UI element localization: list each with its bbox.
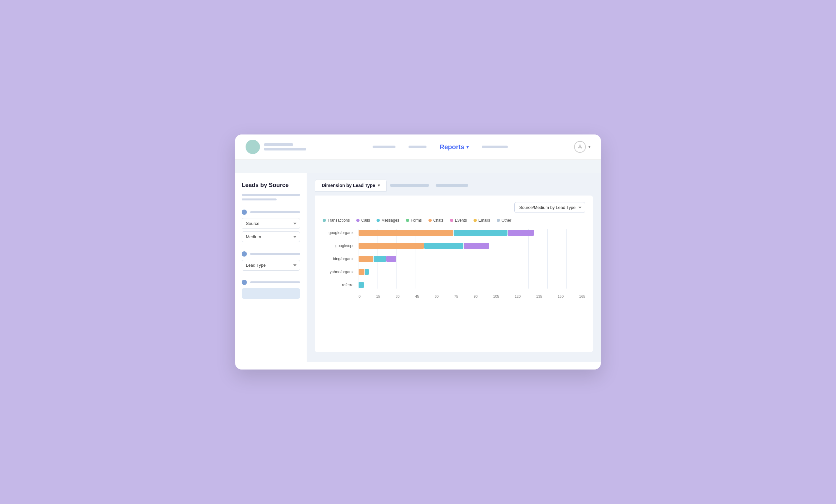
tab-label: Dimension by Lead Type	[322, 183, 375, 188]
bar-segment	[359, 256, 373, 262]
source-filter-group: Source Medium	[242, 210, 300, 245]
user-dropdown-chevron[interactable]: ▾	[588, 144, 590, 149]
medium-dropdown[interactable]: Medium	[242, 231, 300, 242]
table-row: google/cpc	[323, 242, 585, 249]
bar-segment	[464, 243, 489, 249]
legend-dot	[474, 219, 477, 222]
tab-placeholder-2[interactable]	[436, 184, 468, 187]
bar-segments	[359, 242, 489, 249]
sidebar-title: Leads by Source	[242, 182, 300, 189]
bar-segments	[359, 268, 369, 275]
leadtype-dot-line	[250, 253, 300, 255]
legend-label: Other	[501, 218, 511, 222]
x-axis-label: 135	[536, 294, 542, 298]
logo-area	[246, 140, 306, 154]
app-window: Reports ▾ ▾ Leads by Source	[235, 135, 601, 369]
legend-label: Chats	[433, 218, 443, 222]
sidebar-bottom-box	[242, 288, 300, 299]
source-dropdown[interactable]: Source	[242, 218, 300, 229]
tab-chevron-icon: ▾	[378, 183, 380, 188]
bar-segments	[359, 255, 396, 263]
tab-dimension-leadtype[interactable]: Dimension by Lead Type ▾	[315, 179, 387, 192]
legend-item-events: Events	[450, 218, 467, 222]
extra-dot-row	[242, 280, 300, 285]
legend-item-forms: Forms	[406, 218, 422, 222]
x-axis-label: 90	[474, 294, 477, 298]
bar-segments	[359, 229, 534, 236]
nav-chevron-icon: ▾	[466, 144, 469, 150]
main-layout: Leads by Source Source Medium	[235, 173, 601, 362]
chart-panel: Source/Medium by Lead Type TransactionsC…	[315, 195, 593, 352]
chart-tabs: Dimension by Lead Type ▾	[315, 179, 593, 192]
nav-placeholder-3	[482, 146, 508, 148]
x-axis-label: 165	[579, 294, 585, 298]
legend-dot	[450, 219, 453, 222]
x-axis-label: 45	[415, 294, 419, 298]
x-axis-label: 75	[454, 294, 458, 298]
legend-dot	[406, 219, 409, 222]
chart-view-dropdown[interactable]: Source/Medium by Lead Type	[514, 202, 585, 213]
tab-placeholder-1[interactable]	[390, 184, 429, 187]
extra-dot	[242, 280, 247, 285]
bars-container: google/organicgoogle/cpcbing/organicyaho…	[323, 229, 585, 289]
bar-segment	[454, 230, 508, 236]
bar-segment	[365, 269, 369, 275]
header: Reports ▾ ▾	[235, 135, 601, 160]
source-dot-line	[250, 211, 300, 213]
legend-item-other: Other	[497, 218, 511, 222]
sidebar: Leads by Source Source Medium	[235, 173, 307, 362]
legend-dot	[323, 219, 326, 222]
x-axis-label: 120	[515, 294, 520, 298]
chart-legend: TransactionsCallsMessagesFormsChatsEvent…	[323, 218, 585, 222]
legend-label: Events	[455, 218, 467, 222]
legend-item-calls: Calls	[356, 218, 370, 222]
extra-dot-line	[250, 282, 300, 283]
legend-label: Transactions	[327, 218, 350, 222]
x-axis-label: 150	[558, 294, 564, 298]
legend-item-messages: Messages	[377, 218, 399, 222]
leadtype-filter-group: Lead Type	[242, 251, 300, 273]
bar-segment	[359, 243, 424, 249]
extra-filter-group	[242, 280, 300, 299]
legend-label: Calls	[361, 218, 370, 222]
legend-item-transactions: Transactions	[323, 218, 350, 222]
sidebar-line-2	[242, 198, 277, 200]
avatar	[246, 140, 260, 154]
x-axis-label: 0	[359, 294, 361, 298]
x-axis: 0153045607590105120135150165	[323, 294, 585, 298]
nav-placeholder-1	[373, 146, 396, 148]
x-axis-label: 15	[376, 294, 380, 298]
logo-text-lines	[264, 143, 306, 151]
legend-label: Messages	[381, 218, 399, 222]
bar-segment	[359, 269, 364, 275]
table-row: referral	[323, 282, 585, 289]
leadtype-dot-row	[242, 251, 300, 256]
legend-dot	[429, 219, 432, 222]
table-row: google/organic	[323, 229, 585, 236]
bar-segment	[359, 230, 453, 236]
legend-dot	[497, 219, 500, 222]
header-right: ▾	[574, 141, 590, 153]
bar-label: bing/organic	[323, 256, 357, 261]
nav-title[interactable]: Reports ▾	[440, 143, 469, 151]
leadtype-dot	[242, 251, 247, 256]
logo-line-2	[264, 148, 306, 151]
bar-label: google/cpc	[323, 244, 357, 248]
bar-segments	[359, 282, 364, 289]
user-icon[interactable]	[574, 141, 586, 153]
x-axis-label: 30	[396, 294, 399, 298]
table-row: yahoo/organic	[323, 268, 585, 275]
svg-point-0	[579, 145, 581, 147]
leadtype-dropdown[interactable]: Lead Type	[242, 260, 300, 271]
legend-dot	[377, 219, 380, 222]
legend-label: Forms	[411, 218, 422, 222]
bar-segment	[508, 230, 534, 236]
x-axis-labels: 0153045607590105120135150165	[359, 294, 585, 298]
bar-segment	[374, 256, 386, 262]
bars-with-grid: google/organicgoogle/cpcbing/organicyaho…	[323, 229, 585, 289]
bar-label: referral	[323, 283, 357, 287]
legend-label: Emails	[478, 218, 490, 222]
source-dot-row	[242, 210, 300, 215]
nav-title-text: Reports	[440, 143, 464, 151]
bar-label: yahoo/organic	[323, 270, 357, 274]
